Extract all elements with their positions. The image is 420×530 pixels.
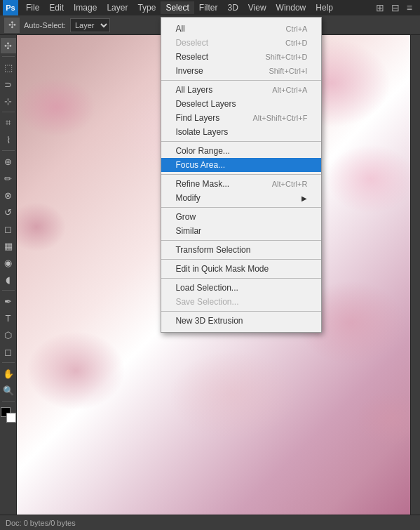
menu-help[interactable]: Help	[311, 1, 338, 14]
brush-tool[interactable]: ✏	[1, 171, 16, 186]
tool-divider-1	[2, 56, 15, 57]
right-toolbar	[410, 35, 420, 515]
shape-tool[interactable]: ◻	[1, 344, 16, 359]
menu-select-edit-quick-mask[interactable]: Edit in Quick Mask Mode	[161, 262, 321, 276]
menu-select-isolate-layers[interactable]: Isolate Layers	[161, 125, 321, 139]
menu-select-color-range[interactable]: Color Range...	[161, 144, 321, 158]
menu-select-grow[interactable]: Grow	[161, 210, 321, 224]
select-section-6: Transform Selection	[161, 241, 321, 260]
gradient-tool[interactable]: ▦	[1, 238, 16, 253]
menu-layer[interactable]: Layer	[102, 1, 133, 14]
lasso-tool[interactable]: ⊃	[1, 77, 16, 92]
select-section-4: Refine Mask... Alt+Ctrl+R Modify ▶	[161, 175, 321, 208]
select-section-3: Color Range... Focus Area...	[161, 142, 321, 175]
auto-select-dropdown[interactable]: Layer Group	[70, 18, 110, 32]
tool-divider-2	[2, 112, 15, 112]
menu-type[interactable]: Type	[133, 1, 161, 14]
blur-tool[interactable]: ◉	[1, 255, 16, 270]
zoom-tool[interactable]: 🔍	[1, 383, 16, 398]
path-tool[interactable]: ⬡	[1, 327, 16, 343]
move-tool[interactable]: ✣	[1, 38, 16, 53]
menu-select-refine-mask[interactable]: Refine Mask... Alt+Ctrl+R	[161, 177, 321, 191]
menu-view[interactable]: View	[243, 1, 271, 14]
menu-select-deselect[interactable]: Deselect Ctrl+D	[161, 36, 321, 50]
healing-tool[interactable]: ⊕	[1, 154, 16, 169]
menu-select-deselect-layers[interactable]: Deselect Layers	[161, 97, 321, 111]
select-section-2: All Layers Alt+Ctrl+A Deselect Layers Fi…	[161, 81, 321, 142]
menu-file[interactable]: File	[21, 1, 44, 14]
menu-edit[interactable]: Edit	[44, 1, 69, 14]
menu-select-new-3d-extrusion[interactable]: New 3D Extrusion	[161, 314, 321, 328]
select-dropdown-menu: All Ctrl+A Deselect Ctrl+D Reselect Shif…	[161, 17, 322, 333]
tool-divider-4	[2, 290, 15, 291]
arrange-icon[interactable]: ⊞	[374, 2, 386, 13]
menu-select-save-selection[interactable]: Save Selection...	[161, 295, 321, 309]
menu-window[interactable]: Window	[271, 1, 311, 14]
move-tool-btn[interactable]: ✣	[4, 18, 20, 33]
menu-select-all[interactable]: All Ctrl+A	[161, 22, 321, 36]
select-section-1: All Ctrl+A Deselect Ctrl+D Reselect Shif…	[161, 20, 321, 81]
hand-tool[interactable]: ✋	[1, 366, 16, 381]
background-color[interactable]	[6, 413, 16, 423]
menu-3d[interactable]: 3D	[222, 1, 243, 14]
ps-logo: Ps	[3, 0, 18, 15]
menu-select-inverse[interactable]: Inverse Shift+Ctrl+I	[161, 64, 321, 78]
menu-select-similar[interactable]: Similar	[161, 224, 321, 238]
clone-tool[interactable]: ⊗	[1, 187, 16, 203]
status-text: Doc: 0 bytes/0 bytes	[6, 519, 76, 527]
tool-divider-6	[2, 401, 15, 402]
menu-select[interactable]: Select	[161, 1, 194, 14]
marquee-tool[interactable]: ⬚	[1, 60, 16, 75]
menu-filter[interactable]: Filter	[194, 1, 223, 14]
collapse-icon[interactable]: ⊟	[389, 2, 402, 13]
pen-tool[interactable]: ✒	[1, 293, 16, 309]
color-boxes[interactable]	[1, 407, 16, 423]
menu-image[interactable]: Image	[69, 1, 102, 14]
auto-select-label: Auto-Select:	[24, 21, 66, 29]
crop-tool[interactable]: ⌗	[1, 115, 16, 131]
select-section-8: Load Selection... Save Selection...	[161, 279, 321, 312]
text-tool[interactable]: T	[1, 310, 16, 326]
status-bar: Doc: 0 bytes/0 bytes	[0, 515, 420, 530]
magic-wand-tool[interactable]: ⊹	[1, 93, 16, 109]
menu-select-find-layers[interactable]: Find Layers Alt+Shift+Ctrl+F	[161, 111, 321, 125]
tool-divider-5	[2, 362, 15, 363]
left-toolbar: ✣ ⬚ ⊃ ⊹ ⌗ ⌇ ⊕ ✏ ⊗ ↺ ◻ ▦ ◉ ◖ ✒ T ⬡ ◻ ✋ 🔍	[0, 35, 17, 515]
select-section-9: New 3D Extrusion	[161, 312, 321, 330]
select-section-5: Grow Similar	[161, 208, 321, 241]
menu-select-transform-selection[interactable]: Transform Selection	[161, 243, 321, 257]
eraser-tool[interactable]: ◻	[1, 221, 16, 237]
menu-bar: Ps File Edit Image Layer Type Select All…	[0, 0, 420, 15]
dodge-tool[interactable]: ◖	[1, 272, 16, 287]
menu-select-focus-area[interactable]: Focus Area...	[161, 158, 321, 172]
history-tool[interactable]: ↺	[1, 204, 16, 220]
menu-select-load-selection[interactable]: Load Selection...	[161, 281, 321, 295]
menu-select-reselect[interactable]: Reselect Shift+Ctrl+D	[161, 50, 321, 64]
menu-select-all-layers[interactable]: All Layers Alt+Ctrl+A	[161, 83, 321, 97]
menu-select-wrapper: Select All Ctrl+A Deselect Ctrl+D Resele…	[161, 1, 194, 14]
menu-select-modify[interactable]: Modify ▶	[161, 191, 321, 205]
menu-icon[interactable]: ≡	[405, 2, 414, 13]
top-right-icons: ⊞ ⊟ ≡	[374, 2, 417, 13]
eyedropper-tool[interactable]: ⌇	[1, 132, 16, 147]
tool-divider-3	[2, 150, 15, 151]
select-section-7: Edit in Quick Mask Mode	[161, 260, 321, 279]
